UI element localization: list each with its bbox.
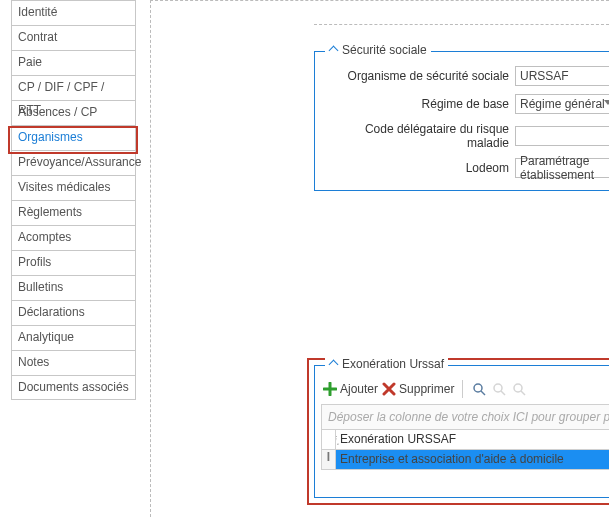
content-pane: Sécurité sociale Organisme de sécurité s… xyxy=(150,0,609,517)
chevron-down-icon xyxy=(604,100,609,105)
exoneration-highlight: Exonération Urssaf Ajouter Supprimer Dép… xyxy=(307,358,609,505)
zoom-icon-disabled xyxy=(511,381,527,397)
sidebar-item-r-glements[interactable]: Règlements xyxy=(11,200,136,225)
securite-sociale-fieldset: Sécurité sociale Organisme de sécurité s… xyxy=(314,51,609,191)
sidebar-item-visites-m-dicales[interactable]: Visites médicales xyxy=(11,175,136,200)
securite-sociale-title: Sécurité sociale xyxy=(342,43,427,57)
zoom-icon-disabled xyxy=(491,381,507,397)
sidebar-item-organismes[interactable]: Organismes xyxy=(11,125,136,150)
svg-line-5 xyxy=(521,391,525,395)
x-icon xyxy=(382,382,396,396)
regime-label: Régime de base xyxy=(325,97,515,111)
chevron-up-icon xyxy=(329,359,338,368)
sidebar-item-contrat[interactable]: Contrat xyxy=(11,25,136,50)
sidebar-item-profils[interactable]: Profils xyxy=(11,250,136,275)
sidebar-item-cp-dif-cpf-rtt[interactable]: CP / DIF / CPF / RTT xyxy=(11,75,136,100)
sidebar: IdentitéContratPaieCP / DIF / CPF / RTTA… xyxy=(11,0,136,400)
exoneration-fieldset: Exonération Urssaf Ajouter Supprimer Dép… xyxy=(314,365,609,498)
sidebar-item-notes[interactable]: Notes xyxy=(11,350,136,375)
grid-header: Exonération URSSAF xyxy=(321,430,609,450)
sidebar-item-acomptes[interactable]: Acomptes xyxy=(11,225,136,250)
zoom-icon[interactable] xyxy=(471,381,487,397)
add-button[interactable]: Ajouter xyxy=(323,382,378,396)
exoneration-value-cell[interactable]: Entreprise et association d'aide à domic… xyxy=(336,450,609,469)
organisme-combo[interactable]: URSSAF xyxy=(515,66,609,86)
sidebar-item-identit-[interactable]: Identité xyxy=(11,0,136,25)
svg-point-4 xyxy=(514,384,522,392)
grid-row[interactable]: I Entreprise et association d'aide à dom… xyxy=(321,450,609,470)
delegataire-combo[interactable] xyxy=(515,126,609,146)
svg-line-1 xyxy=(481,391,485,395)
delegataire-label: Code délégataire du risque maladie xyxy=(325,122,515,150)
group-drop-area[interactable]: Déposer la colonne de votre choix ICI po… xyxy=(321,404,609,430)
delete-button[interactable]: Supprimer xyxy=(382,382,454,396)
exoneration-legend[interactable]: Exonération Urssaf xyxy=(325,357,448,371)
sidebar-item-pr-voyance-assurance[interactable]: Prévoyance/Assurance xyxy=(11,150,136,175)
chevron-up-icon xyxy=(329,45,338,54)
row-header-cell xyxy=(322,430,336,449)
column-header[interactable]: Exonération URSSAF xyxy=(336,430,609,449)
lodeom-label: Lodeom xyxy=(325,161,515,175)
sidebar-item-paie[interactable]: Paie xyxy=(11,50,136,75)
row-indicator: I xyxy=(322,450,336,469)
svg-point-0 xyxy=(474,384,482,392)
securite-sociale-legend[interactable]: Sécurité sociale xyxy=(325,43,431,57)
svg-point-2 xyxy=(494,384,502,392)
sidebar-item-analytique[interactable]: Analytique xyxy=(11,325,136,350)
lodeom-combo[interactable]: Paramétrage établissement xyxy=(515,158,609,178)
sidebar-item-bulletins[interactable]: Bulletins xyxy=(11,275,136,300)
separator xyxy=(314,24,609,25)
exoneration-toolbar: Ajouter Supprimer xyxy=(321,378,609,404)
svg-line-3 xyxy=(501,391,505,395)
plus-icon xyxy=(323,382,337,396)
separator xyxy=(462,380,463,398)
sidebar-item-documents-associ-s[interactable]: Documents associés xyxy=(11,375,136,400)
organisme-label: Organisme de sécurité sociale xyxy=(325,69,515,83)
regime-combo[interactable]: Régime général xyxy=(515,94,609,114)
sidebar-item-d-clarations[interactable]: Déclarations xyxy=(11,300,136,325)
sidebar-item-absences-cp[interactable]: Absences / CP xyxy=(11,100,136,125)
